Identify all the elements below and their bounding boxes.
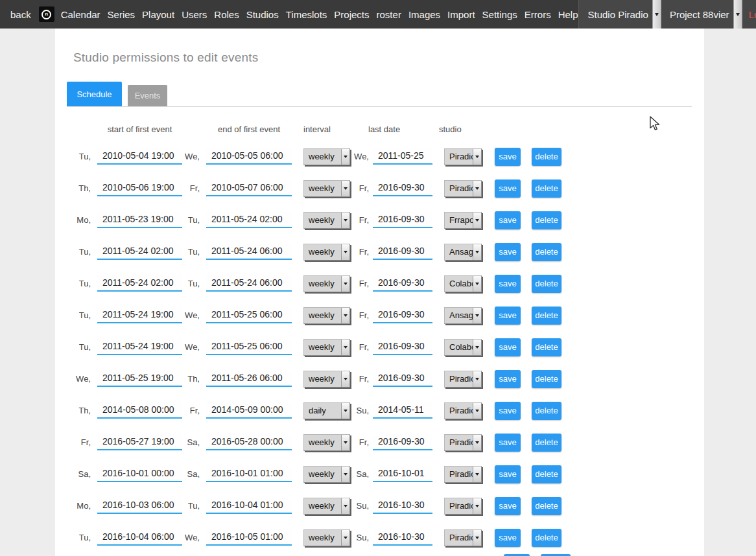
delete-button[interactable]: delete xyxy=(532,180,561,198)
studio-select[interactable]: Colabo xyxy=(444,275,482,292)
interval-select[interactable]: weekly xyxy=(303,529,350,546)
studio-select[interactable]: Ansage xyxy=(444,307,482,324)
studio-select[interactable]: Piradio xyxy=(444,402,482,419)
last-date-input[interactable] xyxy=(373,180,432,196)
studio-select[interactable]: Frrapo xyxy=(444,212,482,229)
end-input[interactable] xyxy=(206,434,292,450)
start-input[interactable] xyxy=(97,466,182,482)
piradio-logo-icon[interactable]: n xyxy=(39,6,54,22)
last-date-input[interactable] xyxy=(373,371,432,387)
save-button[interactable]: save xyxy=(495,338,521,356)
project-select[interactable]: Project 88vier xyxy=(666,0,742,29)
start-input[interactable] xyxy=(97,498,182,514)
save-button[interactable]: save xyxy=(495,434,521,452)
interval-select[interactable]: weekly xyxy=(303,148,350,165)
nav-item-studios[interactable]: Studios xyxy=(246,9,279,20)
nav-item-roster[interactable]: roster xyxy=(377,9,401,20)
last-date-input[interactable] xyxy=(373,307,432,323)
start-input[interactable] xyxy=(97,402,182,419)
studio-select[interactable]: Piradio xyxy=(444,371,482,388)
interval-select[interactable]: weekly xyxy=(303,498,350,515)
studio-select[interactable]: Piradio xyxy=(444,148,482,165)
start-input[interactable] xyxy=(97,529,182,546)
last-date-input[interactable] xyxy=(373,339,432,355)
logout-link[interactable]: Logout xyxy=(749,9,756,20)
last-date-input[interactable] xyxy=(373,434,432,450)
start-input[interactable] xyxy=(97,339,182,355)
studio-select[interactable]: Piradio xyxy=(444,180,482,197)
end-input[interactable] xyxy=(206,212,292,228)
interval-select[interactable]: weekly xyxy=(303,339,350,356)
interval-select[interactable]: weekly xyxy=(303,307,350,324)
tab-schedule[interactable]: Schedule xyxy=(67,82,122,106)
last-date-input[interactable] xyxy=(373,402,432,419)
interval-select[interactable]: weekly xyxy=(303,212,350,229)
studio-select[interactable]: Piradio xyxy=(444,466,482,483)
interval-select[interactable]: weekly xyxy=(303,180,350,197)
interval-select[interactable]: weekly xyxy=(303,275,350,292)
studio-select[interactable]: Ansage xyxy=(444,244,482,261)
end-input[interactable] xyxy=(206,307,292,323)
nav-item-calendar[interactable]: Calendar xyxy=(61,9,100,20)
nav-item-playout[interactable]: Playout xyxy=(142,9,174,20)
studio-select[interactable]: Colabo xyxy=(444,339,482,356)
nav-item-help[interactable]: Help xyxy=(558,9,578,20)
nav-item-settings[interactable]: Settings xyxy=(482,9,517,20)
save-button[interactable]: save xyxy=(495,497,521,515)
studio-select[interactable]: Studio Piradio xyxy=(584,0,661,29)
save-button[interactable]: save xyxy=(495,180,521,198)
nav-item-users[interactable]: Users xyxy=(182,9,207,20)
studio-select[interactable]: Piradio xyxy=(444,434,482,451)
save-button[interactable]: save xyxy=(495,148,521,166)
start-input[interactable] xyxy=(97,244,182,260)
save-button[interactable]: save xyxy=(495,402,521,420)
end-input[interactable] xyxy=(206,402,292,419)
save-button[interactable]: save xyxy=(495,465,521,483)
start-input[interactable] xyxy=(97,434,182,450)
start-input[interactable] xyxy=(97,148,182,165)
save-button[interactable]: save xyxy=(495,275,521,293)
interval-select[interactable]: daily xyxy=(303,402,350,419)
studio-select[interactable]: Piradio xyxy=(444,498,482,515)
save-button[interactable]: save xyxy=(495,529,521,547)
delete-button[interactable]: delete xyxy=(532,370,561,388)
delete-button[interactable]: delete xyxy=(532,338,561,356)
delete-button[interactable]: delete xyxy=(532,307,561,325)
end-input[interactable] xyxy=(206,529,292,546)
delete-button[interactable]: delete xyxy=(532,243,561,261)
interval-select[interactable]: weekly xyxy=(303,371,350,388)
save-button[interactable]: save xyxy=(495,211,521,229)
save-button[interactable]: save xyxy=(495,243,521,261)
end-input[interactable] xyxy=(206,244,292,260)
delete-button[interactable]: delete xyxy=(532,529,561,547)
end-input[interactable] xyxy=(206,148,292,165)
nav-item-images[interactable]: Images xyxy=(408,9,440,20)
save-button[interactable]: save xyxy=(495,307,521,325)
nav-item-timeslots[interactable]: Timeslots xyxy=(286,9,327,20)
last-date-input[interactable] xyxy=(373,275,432,292)
start-input[interactable] xyxy=(97,307,182,323)
last-date-input[interactable] xyxy=(373,529,432,546)
last-date-input[interactable] xyxy=(373,244,432,260)
studio-select[interactable]: Piradio xyxy=(444,529,482,546)
save-button[interactable]: save xyxy=(495,370,521,388)
back-link[interactable]: back xyxy=(10,9,31,20)
delete-button[interactable]: delete xyxy=(532,402,561,420)
interval-select[interactable]: weekly xyxy=(303,434,350,451)
nav-item-errors[interactable]: Errors xyxy=(525,9,551,20)
tab-events[interactable]: Events xyxy=(128,85,167,106)
last-date-input[interactable] xyxy=(373,212,432,228)
start-input[interactable] xyxy=(97,275,182,292)
chevron-down-icon[interactable] xyxy=(733,0,742,29)
last-date-input[interactable] xyxy=(373,148,432,165)
delete-button[interactable]: delete xyxy=(532,211,561,229)
delete-button[interactable]: delete xyxy=(532,497,561,515)
chevron-down-icon[interactable] xyxy=(652,0,661,29)
start-input[interactable] xyxy=(97,212,182,228)
end-input[interactable] xyxy=(206,498,292,514)
delete-button[interactable]: delete xyxy=(532,465,561,483)
end-input[interactable] xyxy=(206,371,292,387)
start-input[interactable] xyxy=(97,371,182,387)
nav-item-import[interactable]: Import xyxy=(447,9,475,20)
nav-item-roles[interactable]: Roles xyxy=(214,9,239,20)
